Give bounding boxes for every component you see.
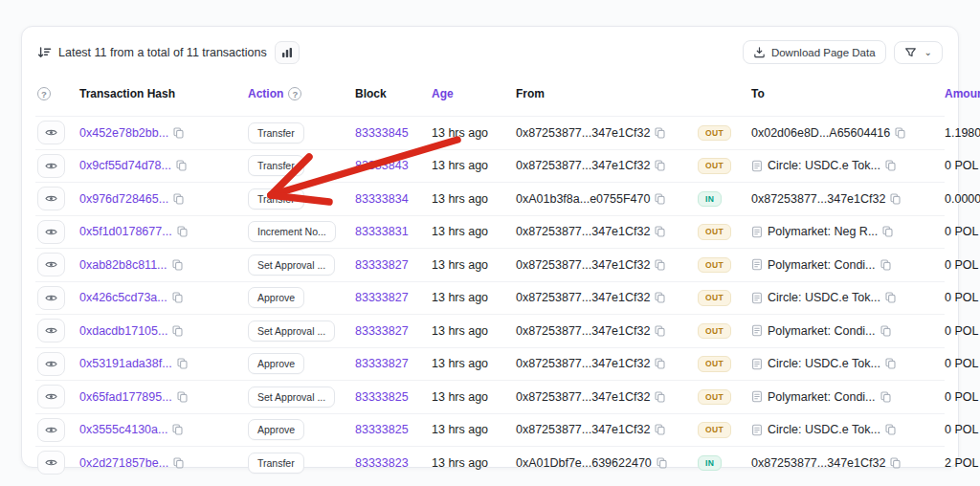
preview-eye-button[interactable]	[37, 286, 65, 310]
block-link[interactable]: 83333827	[355, 291, 409, 304]
copy-icon[interactable]	[655, 391, 665, 403]
tx-hash-link[interactable]: 0x53191ada38f...	[79, 357, 172, 370]
tx-hash-link[interactable]: 0x3555c4130a...	[79, 423, 167, 436]
header-action[interactable]: Action ?	[248, 87, 353, 100]
to-address[interactable]: 0x02d06e8D...A65604416	[751, 126, 890, 140]
from-address[interactable]: 0x87253877...347e1Cf32	[516, 291, 650, 304]
block-link[interactable]: 83333825	[355, 423, 409, 436]
action-method-button[interactable]: Increment No...	[248, 221, 336, 242]
preview-eye-button[interactable]	[37, 154, 65, 178]
from-address[interactable]: 0xA01Dbf7e...639622470	[516, 456, 652, 470]
copy-icon[interactable]	[885, 358, 896, 369]
block-link[interactable]: 83333827	[355, 324, 409, 338]
copy-icon[interactable]	[655, 226, 665, 237]
action-method-button[interactable]: Approve	[248, 287, 304, 308]
copy-icon[interactable]	[176, 160, 187, 171]
tx-hash-link[interactable]: 0x5f1d0178677...	[79, 225, 172, 238]
from-address[interactable]: 0x87253877...347e1Cf32	[516, 390, 650, 404]
block-link[interactable]: 83333827	[355, 258, 409, 272]
copy-icon[interactable]	[885, 160, 896, 171]
preview-eye-button[interactable]	[37, 352, 65, 376]
preview-eye-button[interactable]	[37, 220, 65, 244]
tx-hash-link[interactable]: 0x452e78b2bb...	[79, 126, 168, 140]
preview-eye-button[interactable]	[37, 187, 65, 210]
copy-icon[interactable]	[655, 325, 665, 337]
block-link[interactable]: 83333825	[355, 390, 409, 404]
action-method-button[interactable]: Approve	[248, 419, 304, 440]
action-method-button[interactable]: Transfer	[248, 155, 304, 176]
action-method-button[interactable]: Transfer	[248, 122, 304, 144]
copy-icon[interactable]	[177, 226, 188, 237]
copy-icon[interactable]	[880, 325, 891, 337]
from-address[interactable]: 0x87253877...347e1Cf32	[516, 324, 650, 338]
copy-icon[interactable]	[655, 358, 665, 369]
copy-icon[interactable]	[895, 127, 905, 139]
preview-eye-button[interactable]	[37, 385, 65, 409]
from-address[interactable]: 0x87253877...347e1Cf32	[516, 423, 650, 436]
copy-icon[interactable]	[172, 424, 183, 435]
from-address[interactable]: 0x87253877...347e1Cf32	[516, 126, 650, 140]
copy-icon[interactable]	[173, 457, 184, 469]
to-address[interactable]: Polymarket: Neg R...	[768, 225, 878, 238]
preview-eye-button[interactable]	[37, 451, 65, 475]
block-link[interactable]: 83333831	[355, 225, 409, 238]
preview-eye-button[interactable]	[37, 121, 65, 144]
copy-icon[interactable]	[172, 259, 183, 271]
from-address[interactable]: 0x87253877...347e1Cf32	[516, 159, 650, 172]
copy-icon[interactable]	[890, 193, 901, 205]
copy-icon[interactable]	[885, 292, 896, 303]
copy-icon[interactable]	[172, 292, 183, 303]
to-address[interactable]: 0x87253877...347e1Cf32	[751, 456, 885, 470]
from-address[interactable]: 0xA01b3f8a...e0755F470	[516, 192, 650, 206]
header-age[interactable]: Age	[432, 87, 514, 100]
block-link[interactable]: 83333823	[355, 456, 409, 470]
to-address[interactable]: Polymarket: Condi...	[768, 258, 876, 272]
block-link[interactable]: 83333834	[355, 192, 409, 206]
action-method-button[interactable]: Approve	[248, 353, 304, 374]
copy-icon[interactable]	[655, 424, 665, 435]
to-address[interactable]: Polymarket: Condi...	[768, 390, 876, 404]
tx-hash-link[interactable]: 0x426c5cd73a...	[79, 291, 167, 304]
header-amount[interactable]: Amount	[945, 87, 980, 100]
copy-icon[interactable]	[882, 226, 893, 237]
tx-hash-link[interactable]: 0x9cf55d74d78...	[79, 159, 171, 172]
copy-icon[interactable]	[655, 127, 665, 139]
copy-icon[interactable]	[657, 457, 667, 469]
action-method-button[interactable]: Transfer	[248, 453, 304, 474]
action-method-button[interactable]: Set Approval ...	[248, 387, 335, 408]
copy-icon[interactable]	[177, 391, 188, 403]
copy-icon[interactable]	[655, 193, 665, 205]
to-address[interactable]: Circle: USDC.e Tok...	[768, 423, 880, 436]
copy-icon[interactable]	[880, 391, 891, 403]
copy-icon[interactable]	[655, 292, 665, 303]
preview-eye-button[interactable]	[37, 253, 65, 276]
chart-view-button[interactable]	[275, 41, 300, 64]
action-method-button[interactable]: Transfer	[248, 188, 304, 210]
tx-hash-link[interactable]: 0x2d271857be...	[79, 456, 168, 470]
to-address[interactable]: Circle: USDC.e Tok...	[768, 357, 880, 370]
tx-hash-link[interactable]: 0xdacdb17105...	[79, 324, 167, 338]
action-method-button[interactable]: Set Approval ...	[248, 320, 335, 342]
copy-icon[interactable]	[880, 259, 891, 271]
from-address[interactable]: 0x87253877...347e1Cf32	[516, 258, 650, 272]
block-link[interactable]: 83333827	[355, 357, 409, 370]
from-address[interactable]: 0x87253877...347e1Cf32	[516, 357, 650, 370]
copy-icon[interactable]	[173, 193, 184, 205]
preview-eye-button[interactable]	[37, 319, 65, 342]
tx-hash-link[interactable]: 0x976d728465...	[79, 192, 168, 206]
action-method-button[interactable]: Set Approval ...	[248, 254, 335, 276]
copy-icon[interactable]	[885, 424, 896, 435]
copy-icon[interactable]	[173, 127, 184, 139]
to-address[interactable]: 0x87253877...347e1Cf32	[751, 192, 885, 206]
tx-hash-link[interactable]: 0x65fad177895...	[79, 390, 172, 404]
copy-icon[interactable]	[177, 358, 188, 369]
copy-icon[interactable]	[172, 325, 183, 337]
copy-icon[interactable]	[890, 457, 901, 469]
to-address[interactable]: Circle: USDC.e Tok...	[768, 159, 880, 172]
from-address[interactable]: 0x87253877...347e1Cf32	[516, 225, 650, 238]
download-page-data-button[interactable]: Download Page Data	[743, 40, 886, 64]
tx-hash-link[interactable]: 0xab82b8c811...	[79, 258, 167, 272]
copy-icon[interactable]	[655, 259, 665, 271]
copy-icon[interactable]	[655, 160, 665, 171]
block-link[interactable]: 83333843	[355, 159, 409, 172]
